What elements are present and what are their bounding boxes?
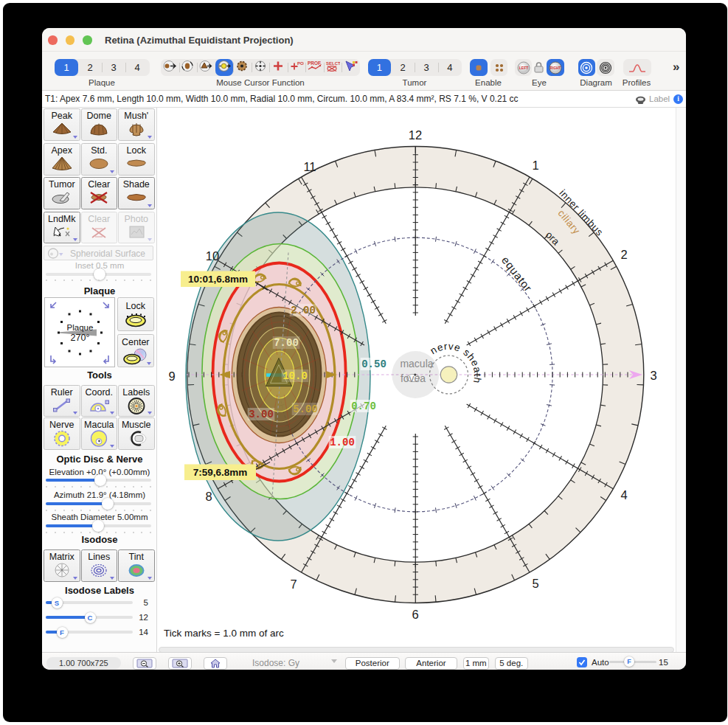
svg-text:4: 4 bbox=[620, 488, 627, 502]
svg-text:6: 6 bbox=[412, 608, 418, 621]
svg-text:2.00: 2.00 bbox=[291, 305, 316, 316]
svg-text:SELCT: SELCT bbox=[326, 61, 340, 66]
svg-text:0.50: 0.50 bbox=[361, 358, 386, 370]
svg-text:LEFT: LEFT bbox=[519, 66, 528, 70]
svg-text:7: 7 bbox=[290, 577, 297, 591]
svg-text:9: 9 bbox=[168, 370, 175, 383]
svg-text:RIGHT: RIGHT bbox=[550, 66, 560, 70]
svg-text:10.0: 10.0 bbox=[282, 370, 308, 382]
svg-text:10:01,6.8mm: 10:01,6.8mm bbox=[188, 274, 248, 285]
svg-text:fovea: fovea bbox=[401, 372, 426, 384]
svg-text:3.00: 3.00 bbox=[249, 409, 274, 420]
svg-text:10: 10 bbox=[206, 249, 219, 263]
svg-text:7:59,6.8mm: 7:59,6.8mm bbox=[193, 467, 248, 478]
svg-text:7.00: 7.00 bbox=[274, 337, 299, 349]
svg-text:Tick marks = 1.0 mm of arc: Tick marks = 1.0 mm of arc bbox=[164, 628, 284, 639]
svg-text:11: 11 bbox=[303, 160, 316, 173]
svg-text:8: 8 bbox=[205, 490, 212, 503]
svg-text:1.00: 1.00 bbox=[330, 437, 355, 448]
svg-text:12: 12 bbox=[409, 128, 422, 142]
svg-text:macula: macula bbox=[400, 358, 433, 370]
svg-text:5.00: 5.00 bbox=[293, 403, 318, 415]
svg-text:5: 5 bbox=[532, 577, 538, 590]
svg-text:270°: 270° bbox=[71, 333, 90, 343]
svg-text:0.70: 0.70 bbox=[351, 400, 376, 412]
svg-text:1: 1 bbox=[532, 159, 538, 172]
svg-text:3: 3 bbox=[650, 369, 656, 382]
svg-text:2: 2 bbox=[620, 248, 627, 261]
svg-text:PROF.: PROF. bbox=[308, 60, 322, 66]
svg-text:POI: POI bbox=[297, 61, 304, 66]
svg-text:Plaque: Plaque bbox=[67, 323, 94, 332]
